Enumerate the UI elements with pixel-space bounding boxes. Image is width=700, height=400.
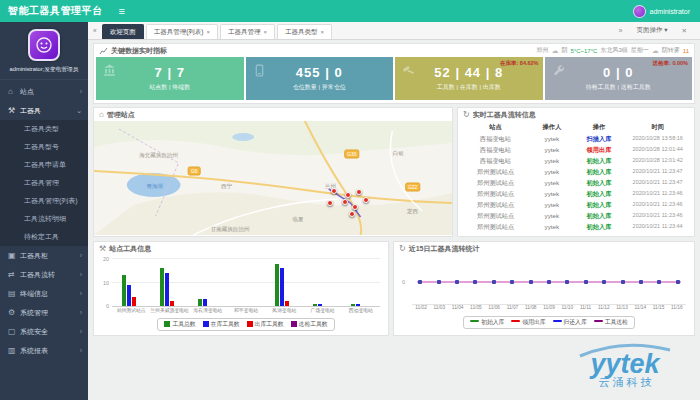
legend-item[interactable]: 在库工具数 (203, 320, 240, 329)
page-operations-dropdown[interactable]: 页面操作 ▾ (636, 26, 667, 35)
site-icon: ⌂ (8, 87, 20, 96)
flow-station: 郑州测试站点 (461, 188, 530, 199)
page-operations-label: 页面操作 (636, 26, 662, 33)
station-marker[interactable] (345, 192, 351, 198)
legend-item[interactable]: 送检工具数 (291, 320, 328, 329)
map-place-label: 定西 (407, 208, 418, 215)
line-marker (584, 280, 588, 284)
flow-time: 2020/10/21 11:23:46 (624, 188, 691, 199)
line-panel-header: ↻ 近15日工器具流转统计 (394, 242, 694, 255)
flow-time: 2020/10/21 11:23:47 (624, 166, 691, 177)
sidebar-menu-item[interactable]: 工器具申请单 (0, 156, 88, 174)
sidebar-menu-item[interactable]: 待检定工具 (0, 228, 88, 246)
line-x-label: 11/08 (522, 305, 540, 313)
menu-item-label: 工器具管理 (24, 178, 82, 188)
flow-row: 西福变电站 yytek 扫描入库 2020/10/28 13:58:16 (461, 133, 691, 144)
menu-item-label: 工器具型号 (24, 142, 82, 152)
tab-scroll-left-icon[interactable]: « (88, 27, 102, 34)
station-marker[interactable] (327, 200, 333, 206)
line-x-label: 11/11 (576, 305, 594, 313)
sidebar-menu-item[interactable]: ▤ 终端信息 › (0, 284, 88, 303)
close-all-tabs-icon[interactable]: ✕ (677, 27, 692, 35)
map-place-label: 西宁 (221, 182, 232, 189)
legend-swatch (291, 321, 297, 327)
refresh-icon[interactable]: ↻ (399, 244, 406, 253)
bar (318, 304, 322, 306)
legend-item[interactable]: 归还入库 (553, 318, 587, 327)
map-panel-title: 管理站点 (107, 110, 135, 120)
security-icon: ▢ (8, 327, 20, 336)
stat-corner: 送检率: 0.00% (653, 60, 688, 67)
bar-x-label: 兰州美威源变电站 (150, 307, 188, 315)
line-marker (547, 280, 551, 284)
station-marker[interactable] (352, 204, 358, 210)
logo-cn-text: 云 涌 科 技 (598, 376, 651, 388)
sidebar-menu-item[interactable]: ▥ 系统报表 › (0, 341, 88, 360)
flow-time: 2020/10/28 12:01:44 (624, 144, 691, 155)
hamburger-menu-icon[interactable]: ≡ (119, 0, 125, 22)
tab[interactable]: 工器具管理(列表) × (146, 24, 218, 39)
legend-item[interactable]: 出库工具数 (247, 320, 284, 329)
sidebar-menu-item[interactable]: ⚒ 工器具 ⌄ (0, 101, 88, 120)
flow-operator: yytek (530, 144, 574, 155)
station-marker[interactable] (349, 211, 355, 217)
tab-close-icon[interactable]: × (263, 29, 267, 35)
user-avatar[interactable] (633, 5, 646, 18)
line-ytick: 0 (402, 279, 405, 285)
chevron-icon: › (80, 328, 82, 335)
sidebar-menu-item[interactable]: ⇄ 工器具流转 › (0, 265, 88, 284)
terminal-icon: ▤ (8, 289, 20, 298)
legend-item[interactable]: 领用出库 (511, 318, 545, 327)
line-x-label: 11/14 (631, 305, 649, 313)
open-tabs: 欢迎页面 工器具管理(列表) × 工器具管理 × 工器具类型 × (102, 22, 332, 39)
key-metrics-header: 关键数据实时指标 郑州 ☁ 阴 5°C~17°C 东北风3级 星期一 ☁ 阴转雾… (94, 44, 694, 57)
station-marker[interactable] (331, 188, 337, 194)
line-x-label: 11/13 (613, 305, 631, 313)
tab[interactable]: 工器具类型 × (277, 24, 332, 39)
flow-operator: yytek (530, 155, 574, 166)
yytek-logo: yytek 云 涌 科 技 (564, 336, 686, 388)
line-marker (602, 280, 606, 284)
user-chip[interactable]: administrator (633, 5, 700, 18)
flow-row: 郑州测试站点 yytek 初始入库 2020/10/21 11:23:47 (461, 177, 691, 188)
station-marker[interactable] (363, 197, 369, 203)
tab-close-icon[interactable]: × (321, 29, 325, 35)
sidebar-menu-item[interactable]: 工器具型号 (0, 138, 88, 156)
line-marker (657, 280, 661, 284)
refresh-icon[interactable]: ↻ (463, 110, 470, 119)
tab-label: 工器具类型 (285, 28, 318, 37)
tab-label: 工器具管理(列表) (154, 28, 204, 37)
bar-group (122, 259, 141, 306)
bar-x-label: 广场变电站 (303, 307, 341, 315)
profile-avatar[interactable] (28, 29, 60, 61)
chevron-icon: › (80, 252, 82, 259)
station-marker[interactable] (356, 189, 362, 195)
legend-label: 工具总数 (172, 321, 195, 327)
tab-scroll-right-icon[interactable]: » (614, 27, 628, 34)
flow-operator: yytek (530, 133, 574, 144)
sidebar: administrator;发变电管理员 ⌂ 站点 › ⚒ 工器具 ⌄ 工器具类… (0, 22, 88, 400)
chevron-icon: › (80, 290, 82, 297)
menu-item-label: 工器具申请单 (24, 160, 82, 170)
sidebar-menu-item[interactable]: ▣ 工器具柜 › (0, 246, 88, 265)
legend-item[interactable]: 工具送检 (594, 318, 628, 327)
sidebar-menu-item[interactable]: ▢ 系统安全 › (0, 322, 88, 341)
tab[interactable]: 工器具管理 × (220, 24, 275, 39)
sidebar-menu-item[interactable]: 工器具管理(列表) (0, 192, 88, 210)
station-marker[interactable] (342, 199, 348, 205)
building-icon: ⌂ (99, 110, 104, 119)
bar (275, 264, 279, 306)
flow-row: 西福变电站 yytek 领用出库 2020/10/28 12:01:44 (461, 144, 691, 155)
sidebar-menu-item[interactable]: 工具流转明细 (0, 210, 88, 228)
sidebar-menu-item[interactable]: ⚙ 系统管理 › (0, 303, 88, 322)
line-legend: 初始入库领用出库归还入库工具送检 (412, 316, 686, 329)
tab[interactable]: 欢迎页面 (102, 24, 144, 39)
tab-close-icon[interactable]: × (206, 29, 210, 35)
bar (127, 285, 131, 306)
sidebar-menu-item[interactable]: 工器具管理 (0, 174, 88, 192)
legend-item[interactable]: 工具总数 (164, 320, 195, 329)
sidebar-menu-item[interactable]: ⌂ 站点 › (0, 82, 88, 101)
map-body[interactable]: 海北藏族自治州青海湖西宁兰州白银定西临夏甘南藏族自治州G6G30G22 (94, 121, 452, 235)
sidebar-menu-item[interactable]: 工器具类型 (0, 120, 88, 138)
legend-item[interactable]: 初始入库 (470, 318, 504, 327)
